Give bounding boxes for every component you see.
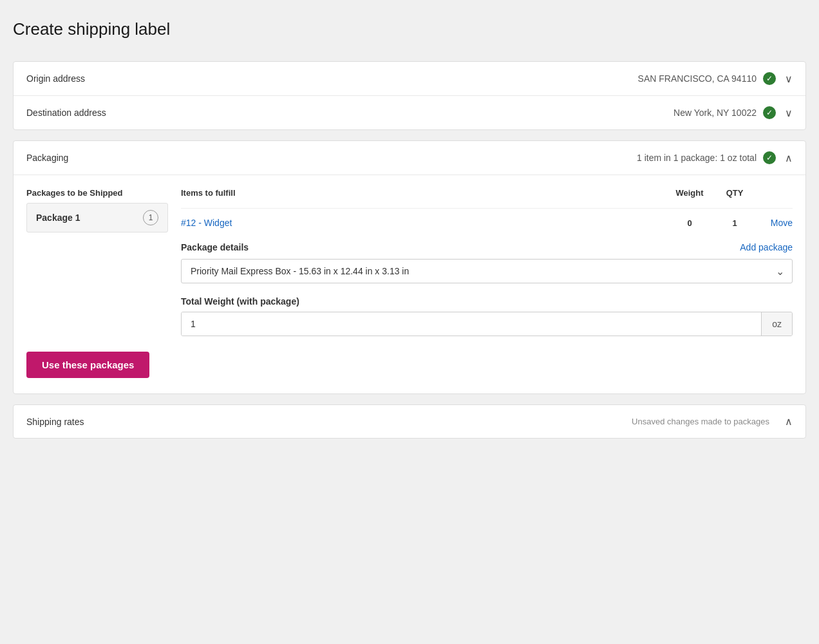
- package-select[interactable]: Priority Mail Express Box - 15.63 in x 1…: [182, 260, 792, 283]
- packages-left: Packages to be Shipped Package 1 1: [26, 188, 168, 336]
- destination-address-row[interactable]: Destination address New York, NY 10022 ✓…: [14, 96, 805, 129]
- weight-unit: oz: [761, 312, 792, 336]
- destination-check-icon: ✓: [763, 106, 776, 119]
- weight-input-row: oz: [181, 312, 793, 336]
- item-qty: 1: [732, 218, 737, 228]
- packaging-header-right: 1 item in 1 package: 1 oz total ✓ ∧: [637, 151, 793, 164]
- package-details-section: Package details Add package Priority Mai…: [181, 242, 793, 336]
- destination-chevron-down-icon: ∨: [785, 107, 793, 119]
- packaging-summary: 1 item in 1 package: 1 oz total: [637, 153, 757, 163]
- origin-chevron-down-icon: ∨: [785, 73, 793, 85]
- items-header-row: Items to fulfill Weight QTY: [181, 188, 793, 209]
- destination-address-right: New York, NY 10022 ✓ ∨: [673, 106, 793, 119]
- destination-address-value: New York, NY 10022: [673, 108, 757, 118]
- item-link[interactable]: #12 - Widget: [181, 218, 232, 228]
- qty-header: QTY: [715, 188, 754, 203]
- total-weight-section: Total Weight (with package) oz: [181, 296, 793, 336]
- origin-address-row[interactable]: Origin address SAN FRANCISCO, CA 94110 ✓…: [14, 62, 805, 96]
- packaging-chevron-up-icon: ∧: [785, 152, 793, 164]
- weight-input[interactable]: [182, 312, 761, 336]
- origin-check-icon: ✓: [763, 72, 776, 85]
- shipping-rates-chevron-up-icon: ∧: [785, 415, 793, 428]
- package-details-header: Package details Add package: [181, 242, 793, 252]
- add-package-link[interactable]: Add package: [740, 242, 793, 252]
- package-1-badge: 1: [143, 210, 158, 225]
- total-weight-label: Total Weight (with package): [181, 296, 793, 307]
- shipping-rates-right: Unsaved changes made to packages ∧: [632, 415, 793, 428]
- item-weight: 0: [687, 218, 692, 228]
- packaging-check-icon: ✓: [763, 151, 776, 164]
- use-packages-button[interactable]: Use these packages: [26, 352, 149, 378]
- package-1-label: Package 1: [36, 213, 80, 223]
- packaging-label: Packaging: [26, 153, 68, 163]
- shipping-rates-header-row[interactable]: Shipping rates Unsaved changes made to p…: [14, 405, 805, 438]
- origin-address-label: Origin address: [26, 73, 85, 84]
- origin-address-value: SAN FRANCISCO, CA 94110: [638, 73, 757, 84]
- shipping-rates-card: Shipping rates Unsaved changes made to p…: [13, 404, 806, 439]
- package-details-label: Package details: [181, 242, 249, 252]
- origin-address-card: Origin address SAN FRANCISCO, CA 94110 ✓…: [13, 61, 806, 130]
- package-1-item[interactable]: Package 1 1: [26, 203, 168, 232]
- packaging-body: Packages to be Shipped Package 1 1 Items…: [14, 175, 805, 393]
- packaging-section: Packaging 1 item in 1 package: 1 oz tota…: [13, 140, 806, 394]
- packages-right: Items to fulfill Weight QTY #12 - Widget: [181, 188, 793, 336]
- package-select-wrapper[interactable]: Priority Mail Express Box - 15.63 in x 1…: [181, 259, 793, 283]
- origin-address-right: SAN FRANCISCO, CA 94110 ✓ ∨: [638, 72, 793, 85]
- move-link[interactable]: Move: [771, 218, 793, 228]
- destination-address-label: Destination address: [26, 108, 106, 118]
- unsaved-text: Unsaved changes made to packages: [632, 417, 769, 426]
- shipping-rates-label: Shipping rates: [26, 417, 84, 427]
- packages-header: Packages to be Shipped: [26, 188, 168, 203]
- packages-table: Packages to be Shipped Package 1 1 Items…: [26, 188, 793, 336]
- item-row: #12 - Widget 0 1 Move: [181, 214, 793, 232]
- packaging-header-row[interactable]: Packaging 1 item in 1 package: 1 oz tota…: [14, 141, 805, 175]
- weight-header: Weight: [664, 188, 715, 203]
- page-title: Create shipping label: [13, 13, 806, 46]
- items-fulfill-header: Items to fulfill: [181, 188, 664, 203]
